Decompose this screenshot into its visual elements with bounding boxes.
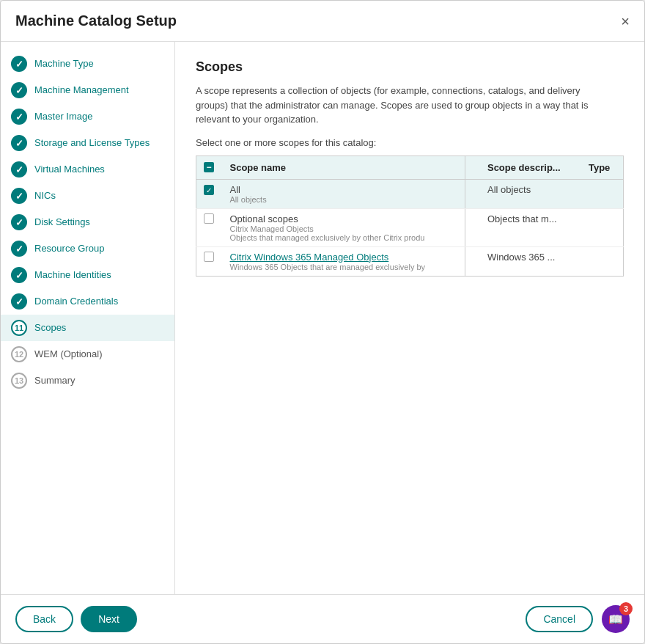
back-button[interactable]: Back <box>15 606 73 632</box>
section-title: Scopes <box>196 59 624 75</box>
close-button[interactable]: × <box>621 14 630 29</box>
sidebar-label-domain-credentials: Domain Credentials <box>34 293 118 310</box>
footer-right: Cancel 3 📖 <box>526 605 630 633</box>
col-divider <box>465 155 480 179</box>
step-icon-virtual-machines: ✓ <box>11 161 27 178</box>
dialog-title: Machine Catalog Setup <box>15 12 177 29</box>
scope-type-citrix-windows-365 <box>581 246 624 276</box>
sidebar-item-machine-identities[interactable]: ✓Machine Identities <box>1 262 174 288</box>
footer-left: Back Next <box>15 606 137 632</box>
scope-desc-all: All objects <box>480 179 581 208</box>
sidebar-label-nics: NICs <box>34 188 56 204</box>
sidebar-label-disk-settings: Disk Settings <box>34 214 90 230</box>
step-icon-disk-settings: ✓ <box>11 214 27 230</box>
sidebar-item-domain-credentials[interactable]: ✓Domain Credentials <box>1 288 174 315</box>
step-icon-machine-identities: ✓ <box>11 267 27 283</box>
step-icon-master-image: ✓ <box>11 109 27 125</box>
select-scopes-label: Select one or more scopes for this catal… <box>196 137 624 148</box>
sidebar-item-resource-group[interactable]: ✓Resource Group <box>1 235 174 262</box>
next-button[interactable]: Next <box>81 606 137 632</box>
scope-name-link-citrix-windows-365[interactable]: Citrix Windows 365 Managed Objects <box>230 252 457 263</box>
step-icon-summary: 13 <box>11 373 27 389</box>
sidebar-label-master-image: Master Image <box>34 109 92 125</box>
dialog-header: Machine Catalog Setup × <box>1 1 644 42</box>
sidebar-item-summary[interactable]: 13Summary <box>1 367 174 394</box>
sidebar-label-summary: Summary <box>34 373 75 389</box>
sidebar-item-storage-license[interactable]: ✓Storage and License Types <box>1 130 174 156</box>
table-row-all: AllAll objectsAll objects <box>196 179 624 208</box>
scope-type-all <box>581 179 624 208</box>
col-header-type: Type <box>581 155 624 179</box>
section-description: A scope represents a collection of objec… <box>196 84 606 127</box>
step-icon-machine-management: ✓ <box>11 82 27 98</box>
sidebar-item-machine-management[interactable]: ✓Machine Management <box>1 77 174 103</box>
scopes-table: − Scope name Scope descrip... Type AllAl… <box>196 155 624 277</box>
row-checkbox-citrix-windows-365[interactable] <box>196 246 223 276</box>
book-icon: 📖 <box>608 612 623 626</box>
table-row-citrix-windows-365: Citrix Windows 365 Managed ObjectsWindow… <box>196 246 624 276</box>
cancel-button[interactable]: Cancel <box>526 606 593 632</box>
sidebar-item-master-image[interactable]: ✓Master Image <box>1 103 174 130</box>
step-icon-wem-optional: 12 <box>11 346 27 362</box>
help-badge-button[interactable]: 3 📖 <box>602 605 630 633</box>
row-divider-citrix-windows-365 <box>465 246 480 276</box>
sidebar-item-virtual-machines[interactable]: ✓Virtual Machines <box>1 156 174 183</box>
col-header-name: Scope name <box>223 155 465 179</box>
sidebar: ✓Machine Type✓Machine Management✓Master … <box>1 42 175 594</box>
step-icon-scopes: 11 <box>11 320 27 336</box>
scope-name-cell-optional-scopes: Optional scopesCitrix Managed ObjectsObj… <box>223 208 465 246</box>
checkbox-optional-scopes[interactable] <box>204 213 214 224</box>
sidebar-item-scopes[interactable]: 11Scopes <box>1 315 174 341</box>
table-row-optional-scopes: Optional scopesCitrix Managed ObjectsObj… <box>196 208 624 246</box>
row-divider-optional-scopes <box>465 208 480 246</box>
checkbox-citrix-windows-365[interactable] <box>204 252 214 262</box>
sidebar-label-wem-optional: WEM (Optional) <box>34 346 102 362</box>
col-header-description: Scope descrip... <box>480 155 581 179</box>
sidebar-label-machine-management: Machine Management <box>34 82 129 98</box>
main-content: Scopes A scope represents a collection o… <box>175 42 644 594</box>
deselect-all-button[interactable]: − <box>204 162 214 172</box>
scope-desc-optional-scopes: Objects that m... <box>480 208 581 246</box>
sidebar-item-nics[interactable]: ✓NICs <box>1 183 174 209</box>
scope-desc-citrix-windows-365: Windows 365 ... <box>480 246 581 276</box>
dialog-footer: Back Next Cancel 3 📖 <box>1 594 644 643</box>
sidebar-label-scopes: Scopes <box>34 320 66 336</box>
checkbox-all[interactable] <box>204 185 214 195</box>
col-header-checkbox[interactable]: − <box>196 155 223 179</box>
step-icon-domain-credentials: ✓ <box>11 293 27 310</box>
dialog-body: ✓Machine Type✓Machine Management✓Master … <box>1 42 644 594</box>
help-badge-count: 3 <box>619 602 633 615</box>
row-checkbox-optional-scopes[interactable] <box>196 208 223 246</box>
sidebar-label-resource-group: Resource Group <box>34 241 104 257</box>
scope-name-cell-citrix-windows-365: Citrix Windows 365 Managed ObjectsWindow… <box>223 246 465 276</box>
step-icon-storage-license: ✓ <box>11 135 27 151</box>
scope-type-optional-scopes <box>581 208 624 246</box>
scope-name-cell-all: AllAll objects <box>223 179 465 208</box>
sidebar-item-wem-optional[interactable]: 12WEM (Optional) <box>1 341 174 367</box>
step-icon-resource-group: ✓ <box>11 241 27 257</box>
sidebar-item-machine-type[interactable]: ✓Machine Type <box>1 51 174 77</box>
step-icon-nics: ✓ <box>11 188 27 204</box>
machine-catalog-setup-dialog: Machine Catalog Setup × ✓Machine Type✓Ma… <box>0 0 645 644</box>
sidebar-label-virtual-machines: Virtual Machines <box>34 161 105 178</box>
row-divider-all <box>465 179 480 208</box>
row-checkbox-all[interactable] <box>196 179 223 208</box>
sidebar-label-machine-identities: Machine Identities <box>34 267 111 283</box>
sidebar-label-storage-license: Storage and License Types <box>34 135 150 151</box>
sidebar-label-machine-type: Machine Type <box>34 56 94 72</box>
step-icon-machine-type: ✓ <box>11 56 27 72</box>
sidebar-item-disk-settings[interactable]: ✓Disk Settings <box>1 209 174 235</box>
